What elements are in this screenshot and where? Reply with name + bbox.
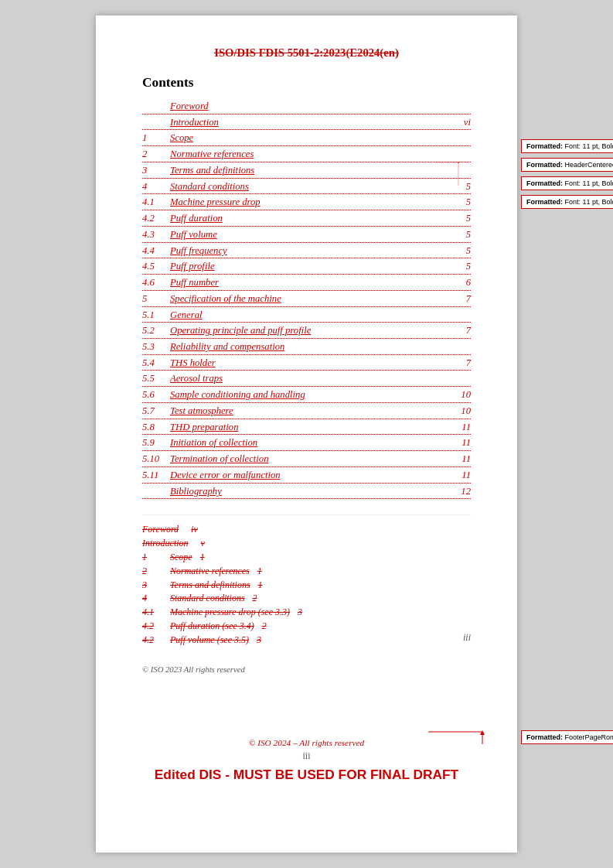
- toc-4-1: 4.1 Machine pressure drop 5: [142, 196, 471, 210]
- toc-5-4: 5.4 THS holder 7: [142, 357, 471, 371]
- struck-1: 1 Scope 1: [142, 551, 471, 564]
- old-page-roman: iii: [463, 632, 471, 644]
- struck-foreword: Foreword iv: [142, 523, 471, 536]
- draft-notice: Edited DIS - MUST BE USED FOR FINAL DRAF…: [96, 767, 517, 783]
- struck-4-2b: 4.2 Puff volume (see 3.5) 3: [142, 634, 471, 647]
- struck-introduction: Introduction v: [142, 537, 471, 550]
- format-box-1: Formatted: Font: 11 pt, Bold: [521, 139, 613, 153]
- document-header: ISO/DIS FDIS 5501-2:2023(E2024(en): [142, 46, 471, 60]
- toc-5-10: 5.10 Termination of collection 11: [142, 453, 471, 467]
- struck-4-1: 4.1 Machine pressure drop (see 3.3) 3: [142, 606, 471, 619]
- toc-bibliography: Bibliography 12: [142, 485, 471, 500]
- bottom-footer: © ISO 2024 – All rights reserved iii Edi…: [96, 738, 517, 783]
- format-box-2: Formatted: HeaderCentered, Left, Space A…: [521, 158, 613, 172]
- toc-normative: 2 Normative references: [142, 148, 471, 162]
- struck-3: 3 Terms and definitions 1: [142, 579, 471, 592]
- toc-4-4: 4.4 Puff frequency 5: [142, 244, 471, 259]
- toc-4-2: 4.2 Puff duration 5: [142, 212, 471, 227]
- footer-format-sidebar: Formatted: FooterPageRomanNumber: [521, 730, 613, 744]
- toc-5-9: 5.9 Initiation of collection 11: [142, 436, 471, 451]
- new-copyright: © ISO 2024 – All rights reserved: [96, 738, 517, 747]
- toc-5-6: 5.6 Sample conditioning and handling 10: [142, 388, 471, 403]
- toc-5-1: 5.1 General: [142, 309, 471, 323]
- sidebar-format-boxes: Formatted: Font: 11 pt, Bold Formatted: …: [521, 139, 613, 209]
- toc-standard-conditions: 4 Standard conditions 5: [142, 180, 471, 195]
- toc-introduction: Introduction vi: [142, 116, 471, 131]
- format-box-4: Formatted: Font: 11 pt, Bold: [521, 195, 613, 209]
- svg-marker-5: [480, 730, 485, 735]
- format-box-footer: Formatted: FooterPageRomanNumber: [521, 730, 613, 744]
- old-footer: © ISO 2023 All rights reserved: [142, 665, 471, 674]
- contents-title: Contents: [142, 75, 471, 91]
- toc-scope: 1 Scope: [142, 132, 471, 146]
- old-copyright: © ISO 2023 All rights reserved: [142, 665, 245, 674]
- toc-5: 5 Specification of the machine 7: [142, 292, 471, 307]
- struck-toc-section: Foreword iv Introduction v 1 Scope 1 2 N…: [142, 514, 471, 646]
- toc-list: Foreword Introduction vi 1 Scope: [142, 100, 471, 499]
- toc-5-2: 5.2 Operating principle and puff profile…: [142, 324, 471, 339]
- toc-terms: 3 Terms and definitions: [142, 164, 471, 179]
- new-page-roman: iii: [96, 750, 517, 762]
- toc-4-6: 4.6 Puff number 6: [142, 276, 471, 291]
- toc-foreword: Foreword: [142, 100, 471, 114]
- page-wrapper: ISO/DIS FDIS 5501-2:2023(E2024(en) Forma…: [0, 0, 613, 868]
- toc-4-3: 4.3 Puff volume 5: [142, 228, 471, 243]
- toc-5-11: 5.11 Device error or malfunction 11: [142, 469, 471, 484]
- toc-5-8: 5.8 THD preparation 11: [142, 421, 471, 436]
- toc-5-5: 5.5 Aerosol traps: [142, 372, 471, 387]
- struck-4: 4 Standard conditions 2: [142, 592, 471, 605]
- toc-5-7: 5.7 Test atmosphere 10: [142, 405, 471, 419]
- document-page: ISO/DIS FDIS 5501-2:2023(E2024(en) Forma…: [96, 15, 517, 853]
- header-text: ISO/DIS FDIS 5501-2:2023(E2024(en): [214, 46, 399, 59]
- format-box-3: Formatted: Font: 11 pt, Bold: [521, 176, 613, 190]
- toc-4-5: 4.5 Puff profile 5: [142, 260, 471, 275]
- struck-4-2a: 4.2 Puff duration (see 3.4) 2: [142, 620, 471, 633]
- struck-2: 2 Normative references 1: [142, 565, 471, 578]
- toc-5-3: 5.3 Reliability and compensation: [142, 340, 471, 355]
